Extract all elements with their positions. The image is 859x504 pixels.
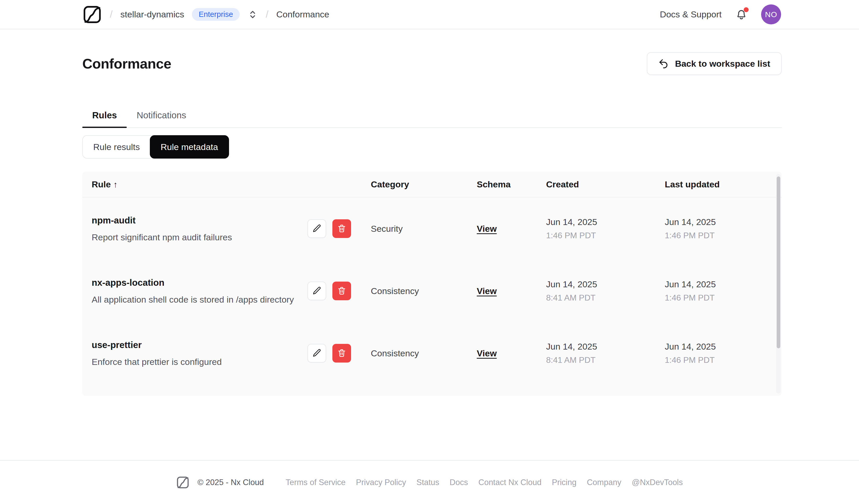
edit-rule-button[interactable] bbox=[307, 219, 326, 238]
trash-icon bbox=[337, 348, 346, 358]
nx-cloud-footer-logo-icon bbox=[176, 476, 190, 489]
rules-table: Rule↑ Category Schema Created Last updat… bbox=[82, 171, 782, 396]
workspace-switcher-chevron-icon[interactable] bbox=[247, 9, 258, 20]
tab-bar: Rules Notifications bbox=[82, 110, 782, 128]
created-date: Jun 14, 2025 bbox=[546, 279, 665, 289]
rule-name: npm-audit bbox=[92, 215, 232, 226]
back-to-workspace-list-button[interactable]: Back to workspace list bbox=[647, 52, 782, 75]
updated-cell: Jun 14, 2025 1:46 PM PDT bbox=[665, 341, 782, 365]
created-time: 1:46 PM PDT bbox=[546, 231, 665, 240]
delete-rule-button[interactable] bbox=[332, 281, 351, 300]
pencil-icon bbox=[312, 224, 321, 234]
notifications-bell-icon[interactable] bbox=[735, 8, 748, 21]
footer-link-status[interactable]: Status bbox=[417, 478, 439, 487]
column-header-rule[interactable]: Rule↑ bbox=[92, 179, 371, 189]
created-date: Jun 14, 2025 bbox=[546, 341, 665, 352]
sort-ascending-icon: ↑ bbox=[114, 180, 118, 189]
nx-cloud-logo-icon[interactable] bbox=[82, 5, 102, 25]
page-header: Conformance Back to workspace list bbox=[82, 52, 782, 75]
created-time: 8:41 AM PDT bbox=[546, 355, 665, 365]
breadcrumb-separator: / bbox=[266, 9, 269, 20]
updated-time: 1:46 PM PDT bbox=[665, 293, 782, 303]
pencil-icon bbox=[312, 286, 321, 296]
scrollbar-thumb[interactable] bbox=[777, 177, 780, 348]
docs-support-link[interactable]: Docs & Support bbox=[660, 9, 722, 19]
toggle-rule-results[interactable]: Rule results bbox=[83, 136, 150, 158]
created-cell: Jun 14, 2025 1:46 PM PDT bbox=[546, 217, 665, 240]
rule-category: Consistency bbox=[371, 286, 477, 296]
rule-cell: npm-audit Report significant npm audit f… bbox=[92, 198, 371, 260]
rule-description: Report significant npm audit failures bbox=[92, 232, 232, 242]
footer-links: Terms of Service Privacy Policy Status D… bbox=[286, 478, 683, 487]
main-content: Conformance Back to workspace list Rules… bbox=[0, 52, 859, 396]
updated-date: Jun 14, 2025 bbox=[665, 341, 782, 352]
row-actions bbox=[307, 344, 351, 363]
toggle-rule-metadata[interactable]: Rule metadata bbox=[150, 135, 229, 158]
rule-name: use-prettier bbox=[92, 340, 222, 350]
row-actions bbox=[307, 281, 351, 300]
column-header-schema[interactable]: Schema bbox=[477, 179, 546, 189]
tab-rules[interactable]: Rules bbox=[82, 110, 127, 127]
copyright-text: © 2025 - Nx Cloud bbox=[197, 478, 263, 487]
schema-view-link[interactable]: View bbox=[477, 348, 497, 358]
edit-rule-button[interactable] bbox=[307, 281, 326, 300]
delete-rule-button[interactable] bbox=[332, 344, 351, 363]
breadcrumb-workspace[interactable]: stellar-dynamics bbox=[120, 9, 184, 19]
rule-view-toggle: Rule results Rule metadata bbox=[82, 135, 229, 158]
top-bar-right: Docs & Support NO bbox=[660, 4, 781, 25]
breadcrumb-separator: / bbox=[110, 9, 113, 20]
footer-link-pricing[interactable]: Pricing bbox=[552, 478, 576, 487]
edit-rule-button[interactable] bbox=[307, 344, 326, 363]
notification-dot bbox=[744, 7, 749, 12]
created-cell: Jun 14, 2025 8:41 AM PDT bbox=[546, 341, 665, 365]
back-arrow-icon bbox=[658, 58, 669, 69]
table-header-row: Rule↑ Category Schema Created Last updat… bbox=[82, 171, 782, 198]
row-actions bbox=[307, 219, 351, 238]
footer-link-nxdevtools[interactable]: @NxDevTools bbox=[632, 478, 683, 487]
trash-icon bbox=[337, 224, 346, 234]
schema-view-link[interactable]: View bbox=[477, 224, 497, 234]
table-row: npm-audit Report significant npm audit f… bbox=[82, 198, 782, 260]
column-header-last-updated[interactable]: Last updated bbox=[665, 179, 782, 189]
footer-link-contact[interactable]: Contact Nx Cloud bbox=[478, 478, 541, 487]
rule-name: nx-apps-location bbox=[92, 277, 294, 288]
created-date: Jun 14, 2025 bbox=[546, 217, 665, 227]
footer-link-privacy[interactable]: Privacy Policy bbox=[356, 478, 406, 487]
delete-rule-button[interactable] bbox=[332, 219, 351, 238]
breadcrumb: / stellar-dynamics Enterprise / Conforma… bbox=[82, 5, 329, 25]
rule-description: Enforce that prettier is configured bbox=[92, 357, 222, 367]
rule-description: All application shell code is stored in … bbox=[92, 294, 294, 305]
created-cell: Jun 14, 2025 8:41 AM PDT bbox=[546, 279, 665, 303]
footer-link-company[interactable]: Company bbox=[587, 478, 621, 487]
enterprise-badge: Enterprise bbox=[192, 8, 240, 21]
tab-notifications[interactable]: Notifications bbox=[127, 110, 196, 127]
rule-cell: nx-apps-location All application shell c… bbox=[92, 260, 371, 322]
updated-date: Jun 14, 2025 bbox=[665, 217, 782, 227]
updated-time: 1:46 PM PDT bbox=[665, 231, 782, 240]
trash-icon bbox=[337, 286, 346, 296]
footer-link-docs[interactable]: Docs bbox=[450, 478, 468, 487]
rule-cell: use-prettier Enforce that prettier is co… bbox=[92, 322, 371, 384]
breadcrumb-page[interactable]: Conformance bbox=[276, 9, 329, 19]
schema-view-link[interactable]: View bbox=[477, 286, 497, 296]
footer: © 2025 - Nx Cloud Terms of Service Priva… bbox=[0, 460, 859, 504]
updated-cell: Jun 14, 2025 1:46 PM PDT bbox=[665, 279, 782, 303]
updated-date: Jun 14, 2025 bbox=[665, 279, 782, 289]
table-scrollbar[interactable] bbox=[776, 174, 781, 394]
rule-category: Consistency bbox=[371, 348, 477, 358]
avatar[interactable]: NO bbox=[761, 4, 781, 25]
top-bar: / stellar-dynamics Enterprise / Conforma… bbox=[0, 0, 859, 29]
table-row: use-prettier Enforce that prettier is co… bbox=[82, 322, 782, 384]
updated-time: 1:46 PM PDT bbox=[665, 355, 782, 365]
rule-category: Security bbox=[371, 224, 477, 234]
pencil-icon bbox=[312, 348, 321, 358]
column-header-created[interactable]: Created bbox=[546, 179, 665, 189]
back-button-label: Back to workspace list bbox=[675, 59, 770, 69]
column-header-category[interactable]: Category bbox=[371, 179, 477, 189]
page-title: Conformance bbox=[82, 56, 171, 72]
created-time: 8:41 AM PDT bbox=[546, 293, 665, 303]
updated-cell: Jun 14, 2025 1:46 PM PDT bbox=[665, 217, 782, 240]
table-row: nx-apps-location All application shell c… bbox=[82, 260, 782, 322]
footer-link-terms[interactable]: Terms of Service bbox=[286, 478, 346, 487]
